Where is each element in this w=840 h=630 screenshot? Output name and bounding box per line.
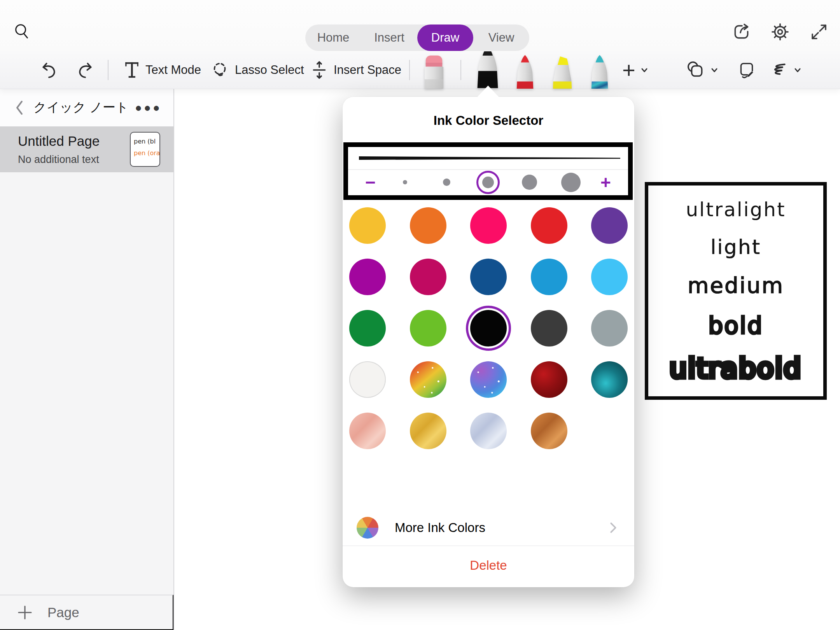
ink-swatch-dark-blue[interactable] [470,259,507,295]
ink-swatch-magenta[interactable] [349,259,386,295]
ink-swatch-light-green[interactable] [410,310,446,346]
ink-swatch-teal-marble[interactable] [591,361,628,398]
sidebar-header: クイック ノート ●●● [0,89,173,126]
ink-swatch-yellow[interactable] [349,207,386,244]
stroke-size-row: − + [348,170,628,194]
insert-space-button[interactable]: Insert Space [310,51,401,89]
ink-swatch-green[interactable] [349,310,386,346]
pen-galaxy[interactable] [583,54,617,89]
ink-swatch-raspberry[interactable] [410,259,446,295]
undo-button[interactable] [40,51,59,89]
search-icon [13,22,31,40]
more-ink-colors-label: More Ink Colors [395,520,608,535]
more-options-button[interactable]: ●●● [135,101,162,114]
toolbar-divider [460,60,461,80]
plus-icon [17,605,33,620]
eraser[interactable] [417,54,451,89]
shapes-button[interactable] [685,51,719,89]
ink-swatch-dark-gray[interactable] [531,310,567,346]
ink-swatch-gold[interactable] [410,413,446,449]
ink-swatch-pink[interactable] [470,207,507,244]
pen-black-selected[interactable] [471,45,505,89]
stroke-size-4[interactable] [517,170,541,194]
settings-button[interactable] [769,21,791,43]
tab-insert[interactable]: Insert [361,24,417,51]
redo-icon [75,60,94,80]
ink-annotate-button[interactable] [737,51,756,89]
chevron-down-icon [793,65,803,75]
lasso-select-button[interactable]: Lasso Select [210,51,304,89]
notebook-title: クイック ノート [27,99,135,116]
add-page-button[interactable]: Page [0,595,173,630]
delete-pen-button[interactable]: Delete [343,553,634,578]
page-sidebar: クイック ノート ●●● Untitled Page No additional… [0,89,174,630]
ink-swatch-light-blue[interactable] [591,259,628,295]
share-button[interactable] [730,21,752,43]
gear-icon [770,22,790,42]
thumbnail-line-1: pen (bl [134,136,158,147]
ink-swatch-red[interactable] [531,207,567,244]
decrease-size-button[interactable]: − [365,173,376,191]
ink-swatch-galaxy[interactable] [470,361,507,398]
ink-swatch-white[interactable] [349,361,386,398]
lasso-select-label: Lasso Select [235,63,304,77]
share-icon [732,22,751,42]
add-pen-button[interactable]: + [622,51,649,89]
page-item-title: Untitled Page [18,133,130,149]
text-mode-icon [124,61,140,79]
undo-icon [40,60,59,80]
ink-swatch-orange[interactable] [410,207,446,244]
page-thumbnail: pen (bl pen (ora [130,132,160,167]
ink-swatch-purple[interactable] [591,207,628,244]
page-list-item-selected[interactable]: Untitled Page No additional text pen (bl… [0,126,173,172]
add-page-label: Page [47,605,79,620]
stroke-weight-samples-box: ultralightlightmediumboldultrabold [645,182,827,400]
eraser-slot [417,54,451,89]
tab-home[interactable]: Home [305,24,361,51]
ink-swatch-rainbow-glitter[interactable] [410,361,446,398]
shapes-icon [685,60,705,80]
insert-space-label: Insert Space [334,63,401,77]
ink-swatch-gray[interactable] [591,310,628,346]
lasso-icon [210,60,229,80]
stroke-width-section: − + [343,142,633,200]
ink-swatch-red-marble[interactable] [531,361,567,398]
pen-red[interactable] [508,54,542,89]
color-grid [349,207,628,449]
page-item-subtitle: No additional text [18,154,130,166]
ink-swatch-black-selected[interactable] [470,310,507,346]
insert-space-icon [310,60,328,80]
toolbar-divider [409,60,410,80]
fullscreen-button[interactable] [808,21,830,43]
draw-toolbar: Text Mode Lasso Select Insert Space [0,51,840,89]
back-button[interactable] [12,100,27,116]
stroke-preview [348,147,628,170]
more-ink-colors-button[interactable]: More Ink Colors [343,510,634,546]
stroke-size-3-selected[interactable] [476,171,500,194]
stroke-sample-ultrabold: ultrabold [669,355,802,382]
ink-swatch-silver[interactable] [470,413,507,449]
stroke-size-5[interactable] [559,170,583,194]
tab-view[interactable]: View [473,24,529,51]
ink-swatch-blue[interactable] [531,259,567,295]
increase-size-button[interactable]: + [600,173,611,191]
text-mode-label: Text Mode [145,63,201,77]
redo-button[interactable] [75,51,94,89]
popup-title: Ink Color Selector [343,113,634,128]
chevron-right-icon [608,521,619,534]
stroke-size-1[interactable] [393,170,417,194]
stroke-size-2[interactable] [435,170,459,194]
size-dot [522,175,537,190]
text-mode-button[interactable]: Text Mode [124,51,201,89]
search-button[interactable] [11,20,33,42]
tab-bar: HomeInsertDrawView [305,24,529,51]
chevron-down-icon [709,65,719,75]
scribble-style-button[interactable] [767,51,803,89]
size-dot [403,180,407,184]
tab-draw[interactable]: Draw [417,24,473,51]
chevron-left-icon [14,100,25,116]
highlighter-yellow[interactable] [545,54,579,89]
plus-icon: + [622,59,635,81]
ink-swatch-rose-gold[interactable] [349,413,386,449]
ink-swatch-bronze[interactable] [531,413,567,449]
